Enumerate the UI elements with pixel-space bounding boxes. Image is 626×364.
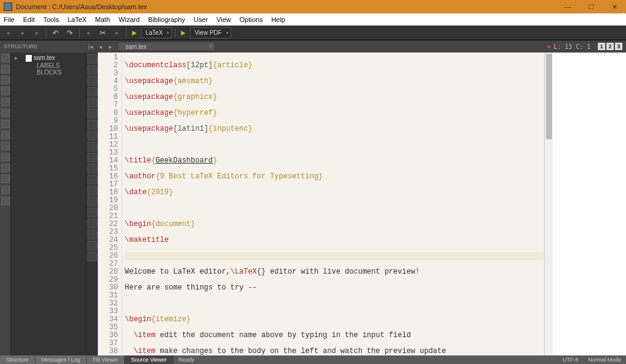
split-2-icon[interactable]: 2 [606, 43, 614, 50]
bottom-tab-fbviewer[interactable]: FB Viewer [87, 355, 125, 364]
structure-file[interactable]: sam.tex [13, 54, 83, 62]
side-icon[interactable] [87, 87, 97, 96]
split-1-icon[interactable]: 1 [598, 43, 605, 50]
side-icon[interactable] [87, 186, 97, 195]
save-icon[interactable]: ▫ [31, 27, 43, 39]
left-icon[interactable] [1, 197, 10, 205]
structure-panel: sam.tex LABELS BLOCKS [11, 53, 86, 355]
undo-icon[interactable]: ↶ [50, 27, 62, 39]
side-icon[interactable] [87, 197, 97, 206]
copy-icon[interactable]: ▫ [83, 27, 95, 39]
left-icon[interactable] [1, 76, 10, 84]
side-icon[interactable] [87, 54, 97, 64]
menu-tools[interactable]: Tools [43, 16, 59, 23]
left-icon[interactable] [1, 175, 10, 183]
menu-edit[interactable]: Edit [23, 16, 35, 23]
menu-user[interactable]: User [194, 16, 208, 23]
toolbar: ▫ ▫ ▫ ↶ ↷ ▫ ✂ ▫ ▶ LaTeX▾ ▶ View PDF▾ [0, 26, 626, 40]
menu-view[interactable]: View [216, 16, 231, 23]
side-icon[interactable] [87, 76, 97, 86]
left-toolbar [0, 53, 11, 355]
side-icon[interactable] [87, 175, 97, 184]
side-icon[interactable] [87, 208, 97, 217]
line-gutter: 1 2 3 4 5 6 7 8 9 10 11 12 13 14 15 16 1… [98, 53, 122, 355]
modified-dot-icon: ● [547, 42, 551, 51]
status-encoding: UTF-8 [558, 357, 583, 363]
structure-blocks[interactable]: BLOCKS [13, 69, 83, 76]
structure-labels[interactable]: LABELS [13, 62, 83, 69]
open-icon[interactable]: ▫ [17, 27, 29, 39]
left-icon[interactable] [1, 65, 10, 73]
side-icon[interactable] [87, 131, 97, 140]
editor-side-toolbar [86, 53, 98, 355]
menu-wizard[interactable]: Wizard [119, 16, 139, 23]
bottom-bar: Structure Messages / Log FB Viewer Sourc… [0, 355, 626, 364]
left-icon[interactable] [1, 98, 10, 106]
left-icon[interactable] [1, 109, 10, 117]
new-doc-icon[interactable]: ▫ [2, 27, 15, 39]
side-icon[interactable] [87, 230, 97, 239]
left-icon[interactable] [1, 142, 10, 150]
viewpdf-dropdown[interactable]: View PDF▾ [190, 27, 230, 38]
preview-panel [553, 53, 626, 355]
left-icon[interactable] [1, 120, 10, 128]
status-ready: Ready [174, 357, 199, 363]
menu-help[interactable]: Help [271, 16, 285, 23]
main-area: sam.tex LABELS BLOCKS 1 2 3 4 5 6 7 8 9 … [0, 53, 626, 355]
menubar: File Edit Tools LaTeX Math Wizard Biblio… [0, 13, 626, 26]
redo-icon[interactable]: ↷ [64, 27, 76, 39]
app-icon [4, 2, 12, 11]
maximize-button[interactable]: ☐ [580, 0, 603, 13]
nav-next-icon[interactable]: ▸ [105, 43, 115, 50]
left-icon[interactable] [1, 186, 10, 194]
status-mode: Normal Mode [583, 357, 626, 363]
nav-first-icon[interactable]: |◂ [86, 43, 95, 50]
paste-icon[interactable]: ▫ [111, 27, 123, 39]
side-icon[interactable] [87, 153, 97, 162]
side-icon[interactable] [87, 219, 97, 228]
side-icon[interactable] [87, 109, 97, 118]
minimize-button[interactable]: — [556, 0, 580, 13]
view-icon[interactable]: ▶ [181, 29, 186, 36]
menu-math[interactable]: Math [95, 16, 110, 23]
menu-latex[interactable]: LaTeX [67, 16, 86, 23]
left-icon[interactable] [1, 164, 10, 172]
left-icon[interactable] [1, 87, 10, 95]
tab-row: STRUCTURE |◂ ◂ ▸ sam.tex▾ ● L: 13 C: 1 1… [0, 40, 626, 53]
side-icon[interactable] [87, 120, 97, 129]
side-icon[interactable] [87, 98, 97, 107]
bottom-tab-messages[interactable]: Messages / Log [35, 355, 87, 364]
left-icon[interactable] [1, 131, 10, 139]
left-icon[interactable] [1, 54, 10, 62]
compiler-dropdown[interactable]: LaTeX▾ [141, 27, 172, 38]
bottom-tab-structure[interactable]: Structure [0, 355, 35, 364]
vertical-scrollbar[interactable] [544, 53, 553, 355]
code-editor[interactable]: \documentclass[12pt]{article} \usepackag… [122, 53, 544, 355]
close-button[interactable]: ✕ [603, 0, 626, 13]
titlebar: Document : C:/Users/Asus/Desktop/sam.tex… [0, 0, 626, 13]
left-icon[interactable] [1, 153, 10, 161]
file-tab[interactable]: sam.tex▾ [117, 42, 215, 51]
bottom-tab-source[interactable]: Source Viewer [125, 355, 173, 364]
structure-header: STRUCTURE [0, 43, 86, 49]
split-3-icon[interactable]: 3 [615, 43, 622, 50]
side-icon[interactable] [87, 252, 97, 261]
side-icon[interactable] [87, 142, 97, 151]
menu-file[interactable]: File [4, 16, 15, 23]
side-icon[interactable] [87, 65, 97, 75]
cursor-position: L: 13 C: 1 [554, 43, 591, 50]
side-icon[interactable] [87, 241, 97, 250]
window-title: Document : C:/Users/Asus/Desktop/sam.tex [16, 3, 556, 10]
menu-bibliography[interactable]: Bibliography [148, 16, 185, 23]
side-icon[interactable] [87, 164, 97, 173]
menu-options[interactable]: Options [240, 16, 263, 23]
nav-prev-icon[interactable]: ◂ [95, 43, 105, 50]
run-icon[interactable]: ▶ [132, 29, 137, 36]
cut-icon[interactable]: ✂ [97, 27, 109, 39]
